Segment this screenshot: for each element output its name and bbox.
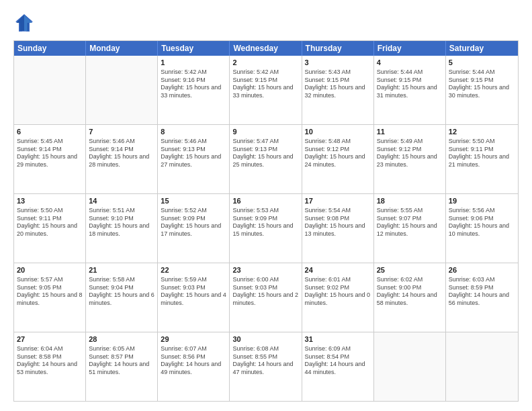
cell-text: Sunrise: 5:50 AM Sunset: 9:11 PM Dayligh… xyxy=(449,138,515,169)
cell-text: Sunrise: 6:02 AM Sunset: 9:00 PM Dayligh… xyxy=(377,276,443,308)
empty-cell xyxy=(446,332,518,401)
cell-text: Sunrise: 5:46 AM Sunset: 9:14 PM Dayligh… xyxy=(89,138,154,169)
cell-text: Sunrise: 6:05 AM Sunset: 8:57 PM Dayligh… xyxy=(89,345,154,377)
day-number: 1 xyxy=(161,58,226,68)
day-header-tuesday: Tuesday xyxy=(158,41,230,56)
day-number: 8 xyxy=(161,127,226,137)
day-cell-2: 2Sunrise: 5:42 AM Sunset: 9:15 PM Daylig… xyxy=(230,56,302,124)
cell-text: Sunrise: 5:43 AM Sunset: 9:15 PM Dayligh… xyxy=(305,68,371,100)
day-number: 28 xyxy=(89,334,154,345)
day-number: 25 xyxy=(377,265,443,275)
empty-cell xyxy=(86,56,158,124)
calendar-week-4: 20Sunrise: 5:57 AM Sunset: 9:05 PM Dayli… xyxy=(14,263,518,332)
cell-text: Sunrise: 5:58 AM Sunset: 9:04 PM Dayligh… xyxy=(89,276,154,308)
cell-text: Sunrise: 6:09 AM Sunset: 8:54 PM Dayligh… xyxy=(305,345,371,377)
cell-text: Sunrise: 5:42 AM Sunset: 9:15 PM Dayligh… xyxy=(232,68,298,100)
day-cell-30: 30Sunrise: 6:08 AM Sunset: 8:55 PM Dayli… xyxy=(230,332,302,401)
day-number: 22 xyxy=(161,265,226,275)
cell-text: Sunrise: 5:45 AM Sunset: 9:14 PM Dayligh… xyxy=(17,138,83,169)
cell-text: Sunrise: 6:03 AM Sunset: 8:59 PM Dayligh… xyxy=(449,276,515,308)
day-number: 9 xyxy=(232,127,298,137)
day-cell-7: 7Sunrise: 5:46 AM Sunset: 9:14 PM Daylig… xyxy=(86,125,158,193)
day-header-monday: Monday xyxy=(86,41,158,56)
day-number: 2 xyxy=(232,58,298,68)
day-number: 16 xyxy=(232,196,298,206)
day-header-friday: Friday xyxy=(374,41,446,56)
calendar: SundayMondayTuesdayWednesdayThursdayFrid… xyxy=(13,40,519,402)
calendar-week-5: 27Sunrise: 6:04 AM Sunset: 8:58 PM Dayli… xyxy=(14,332,518,401)
day-cell-12: 12Sunrise: 5:50 AM Sunset: 9:11 PM Dayli… xyxy=(446,125,518,193)
day-cell-19: 19Sunrise: 5:56 AM Sunset: 9:06 PM Dayli… xyxy=(446,194,518,263)
day-cell-9: 9Sunrise: 5:47 AM Sunset: 9:13 PM Daylig… xyxy=(230,125,302,193)
cell-text: Sunrise: 6:00 AM Sunset: 9:03 PM Dayligh… xyxy=(232,276,298,308)
cell-text: Sunrise: 5:55 AM Sunset: 9:07 PM Dayligh… xyxy=(377,207,443,238)
day-number: 13 xyxy=(17,196,83,206)
empty-cell xyxy=(374,332,446,401)
day-cell-14: 14Sunrise: 5:51 AM Sunset: 9:10 PM Dayli… xyxy=(86,194,158,263)
day-cell-1: 1Sunrise: 5:42 AM Sunset: 9:16 PM Daylig… xyxy=(158,56,230,124)
cell-text: Sunrise: 5:44 AM Sunset: 9:15 PM Dayligh… xyxy=(377,68,443,100)
cell-text: Sunrise: 5:54 AM Sunset: 9:08 PM Dayligh… xyxy=(305,207,371,238)
day-number: 27 xyxy=(17,334,83,345)
day-cell-28: 28Sunrise: 6:05 AM Sunset: 8:57 PM Dayli… xyxy=(86,332,158,401)
day-cell-22: 22Sunrise: 5:59 AM Sunset: 9:03 PM Dayli… xyxy=(158,263,230,332)
calendar-week-3: 13Sunrise: 5:50 AM Sunset: 9:11 PM Dayli… xyxy=(14,193,518,263)
calendar-body: 1Sunrise: 5:42 AM Sunset: 9:16 PM Daylig… xyxy=(14,56,518,401)
cell-text: Sunrise: 5:44 AM Sunset: 9:15 PM Dayligh… xyxy=(449,68,515,100)
day-number: 29 xyxy=(161,334,226,345)
page: SundayMondayTuesdayWednesdayThursdayFrid… xyxy=(0,0,532,411)
day-number: 7 xyxy=(89,127,154,137)
day-cell-17: 17Sunrise: 5:54 AM Sunset: 9:08 PM Dayli… xyxy=(302,194,374,263)
day-header-thursday: Thursday xyxy=(302,41,374,56)
cell-text: Sunrise: 6:01 AM Sunset: 9:02 PM Dayligh… xyxy=(305,276,371,308)
day-number: 11 xyxy=(377,127,443,137)
day-number: 5 xyxy=(449,58,515,68)
day-cell-25: 25Sunrise: 6:02 AM Sunset: 9:00 PM Dayli… xyxy=(374,263,446,332)
day-cell-5: 5Sunrise: 5:44 AM Sunset: 9:15 PM Daylig… xyxy=(446,56,518,124)
day-number: 19 xyxy=(449,196,515,206)
cell-text: Sunrise: 5:57 AM Sunset: 9:05 PM Dayligh… xyxy=(17,276,83,308)
cell-text: Sunrise: 5:50 AM Sunset: 9:11 PM Dayligh… xyxy=(17,207,83,238)
day-number: 6 xyxy=(17,127,83,137)
empty-cell xyxy=(14,56,86,124)
day-cell-26: 26Sunrise: 6:03 AM Sunset: 8:59 PM Dayli… xyxy=(446,263,518,332)
day-cell-16: 16Sunrise: 5:53 AM Sunset: 9:09 PM Dayli… xyxy=(230,194,302,263)
day-cell-21: 21Sunrise: 5:58 AM Sunset: 9:04 PM Dayli… xyxy=(86,263,158,332)
day-number: 18 xyxy=(377,196,443,206)
day-cell-23: 23Sunrise: 6:00 AM Sunset: 9:03 PM Dayli… xyxy=(230,263,302,332)
cell-text: Sunrise: 5:59 AM Sunset: 9:03 PM Dayligh… xyxy=(161,276,226,308)
cell-text: Sunrise: 6:04 AM Sunset: 8:58 PM Dayligh… xyxy=(17,345,83,377)
day-header-sunday: Sunday xyxy=(14,41,86,56)
cell-text: Sunrise: 5:42 AM Sunset: 9:16 PM Dayligh… xyxy=(161,68,226,100)
logo-icon xyxy=(13,12,35,34)
day-cell-31: 31Sunrise: 6:09 AM Sunset: 8:54 PM Dayli… xyxy=(302,332,374,401)
cell-text: Sunrise: 5:52 AM Sunset: 9:09 PM Dayligh… xyxy=(161,207,226,238)
day-cell-11: 11Sunrise: 5:49 AM Sunset: 9:12 PM Dayli… xyxy=(374,125,446,193)
day-cell-27: 27Sunrise: 6:04 AM Sunset: 8:58 PM Dayli… xyxy=(14,332,86,401)
day-cell-20: 20Sunrise: 5:57 AM Sunset: 9:05 PM Dayli… xyxy=(14,263,86,332)
cell-text: Sunrise: 5:49 AM Sunset: 9:12 PM Dayligh… xyxy=(377,138,443,169)
day-cell-15: 15Sunrise: 5:52 AM Sunset: 9:09 PM Dayli… xyxy=(158,194,230,263)
day-number: 30 xyxy=(232,334,298,345)
day-header-wednesday: Wednesday xyxy=(230,41,302,56)
day-number: 3 xyxy=(305,58,371,68)
cell-text: Sunrise: 5:56 AM Sunset: 9:06 PM Dayligh… xyxy=(449,207,515,238)
cell-text: Sunrise: 6:07 AM Sunset: 8:56 PM Dayligh… xyxy=(161,345,226,377)
day-number: 10 xyxy=(305,127,371,137)
day-cell-6: 6Sunrise: 5:45 AM Sunset: 9:14 PM Daylig… xyxy=(14,125,86,193)
day-number: 4 xyxy=(377,58,443,68)
day-cell-13: 13Sunrise: 5:50 AM Sunset: 9:11 PM Dayli… xyxy=(14,194,86,263)
cell-text: Sunrise: 5:46 AM Sunset: 9:13 PM Dayligh… xyxy=(161,138,226,169)
day-cell-3: 3Sunrise: 5:43 AM Sunset: 9:15 PM Daylig… xyxy=(302,56,374,124)
calendar-week-2: 6Sunrise: 5:45 AM Sunset: 9:14 PM Daylig… xyxy=(14,124,518,193)
day-cell-4: 4Sunrise: 5:44 AM Sunset: 9:15 PM Daylig… xyxy=(374,56,446,124)
day-number: 31 xyxy=(305,334,371,345)
day-header-saturday: Saturday xyxy=(446,41,518,56)
day-cell-8: 8Sunrise: 5:46 AM Sunset: 9:13 PM Daylig… xyxy=(158,125,230,193)
day-number: 15 xyxy=(161,196,226,206)
day-number: 24 xyxy=(305,265,371,275)
cell-text: Sunrise: 5:47 AM Sunset: 9:13 PM Dayligh… xyxy=(232,138,298,169)
logo xyxy=(13,12,38,34)
day-number: 26 xyxy=(449,265,515,275)
cell-text: Sunrise: 6:08 AM Sunset: 8:55 PM Dayligh… xyxy=(232,345,298,377)
